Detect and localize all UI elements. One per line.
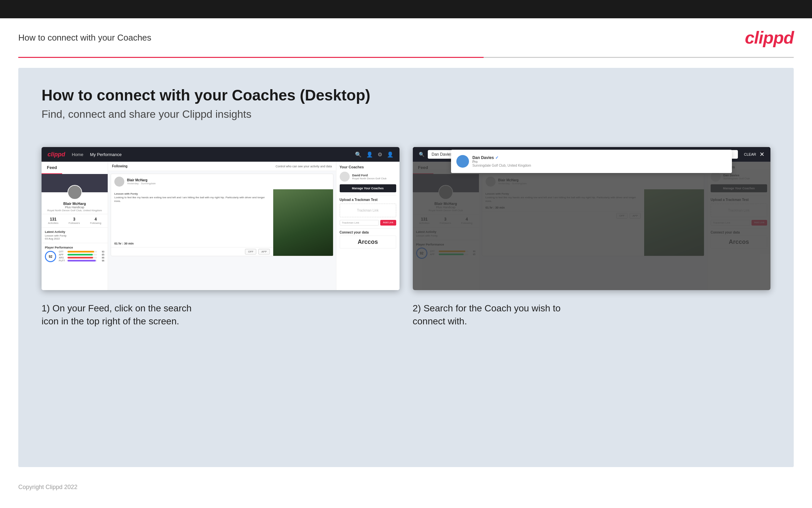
stat-followers: 3 Followers bbox=[68, 217, 80, 224]
screenshot-panel-2: clippd Home My Performance Feed Blair Mc… bbox=[413, 147, 771, 331]
coach-avatar bbox=[340, 172, 350, 182]
search-overlay-top: 🔍 Dan Davies CLEAR ✕ Dan bbox=[413, 147, 771, 162]
search-input-value: Dan Davies bbox=[432, 152, 452, 157]
mock-screenshot-2: clippd Home My Performance Feed Blair Mc… bbox=[413, 147, 771, 290]
player-perf-title: Player Performance bbox=[45, 246, 104, 249]
main-subheading: Find, connect and share your Clippd insi… bbox=[42, 108, 770, 120]
stat-following-label: Following bbox=[90, 221, 101, 224]
trackman-add-btn[interactable]: Add Link bbox=[380, 220, 396, 225]
caption-text-1: 1) On your Feed, click on the searchicon… bbox=[42, 302, 399, 328]
connect-data-title: Connect your data bbox=[340, 228, 396, 234]
golfer-figure bbox=[273, 189, 333, 256]
stat-followers-num: 3 bbox=[68, 217, 80, 221]
latest-activity-name: Lesson with Fordy bbox=[45, 234, 104, 237]
latest-activity-date: 03 Aug 2022 bbox=[45, 237, 104, 240]
profile-hcp: Plus Handicap bbox=[45, 206, 104, 209]
caption-1: 1) On your Feed, click on the searchicon… bbox=[42, 290, 399, 331]
coach-name: David Ford bbox=[352, 174, 387, 177]
profile-avatar bbox=[67, 185, 82, 200]
profile-info: Blair McHarg Plus Handicap Royal North D… bbox=[42, 202, 108, 212]
stat-activities-label: Activities bbox=[48, 221, 58, 224]
search-result-info: Dan Davies ✓ Pro Sunningdale Golf Club, … bbox=[472, 155, 531, 167]
settings-icon[interactable]: ⚙ bbox=[378, 152, 382, 158]
trackman-section: Upload a Trackman Test Trackman Link Tra… bbox=[340, 195, 396, 225]
nav-logo: clippd bbox=[48, 151, 65, 158]
post-text-content: Looking to feel like my hands are exitin… bbox=[114, 196, 265, 203]
stat-activities-num: 131 bbox=[48, 217, 58, 221]
post-avatar bbox=[114, 177, 124, 186]
profile-stats: 131 Activities 3 Followers 4 Following bbox=[42, 214, 108, 227]
footer: Copyright Clippd 2022 bbox=[0, 477, 812, 497]
user-icon[interactable]: 👤 bbox=[366, 152, 373, 158]
arccos-logo: Arccos bbox=[340, 236, 396, 249]
latest-activity: Latest Activity Lesson with Fordy 03 Aug… bbox=[42, 227, 108, 243]
post-duration: 01 hr : 30 min bbox=[111, 242, 273, 248]
stat-followers-label: Followers bbox=[68, 221, 80, 224]
perf-bar-app: APP 85 bbox=[59, 254, 104, 256]
page-title: How to connect with your Coaches bbox=[18, 33, 151, 43]
caption-2: 2) Search for the Coach you wish toconne… bbox=[413, 290, 771, 331]
following-bar: Following Control who can see your activ… bbox=[108, 162, 336, 171]
top-bar bbox=[0, 0, 812, 18]
clear-button[interactable]: CLEAR bbox=[744, 153, 756, 156]
search-result-item[interactable]: Dan Davies ✓ Pro Sunningdale Golf Club, … bbox=[454, 153, 729, 170]
screenshot-panel-1: clippd Home My Performance 🔍 👤 ⚙ 👤 Feed bbox=[42, 147, 399, 331]
app-nav-1: clippd Home My Performance 🔍 👤 ⚙ 👤 bbox=[42, 147, 399, 162]
header-divider bbox=[18, 57, 794, 58]
search-icon[interactable]: 🔍 bbox=[355, 152, 362, 158]
app-btn[interactable]: APP bbox=[258, 249, 270, 254]
coach-item: David Ford Royal North Devon Golf Club bbox=[340, 172, 396, 182]
post-user-info: Blair McHarg Yesterday · Sunningdale bbox=[127, 178, 155, 185]
left-sidebar-1: Feed Blair McHarg Plus Handicap Royal No… bbox=[42, 162, 108, 290]
verified-badge: ✓ bbox=[495, 155, 498, 160]
nav-my-performance[interactable]: My Performance bbox=[90, 152, 122, 157]
following-button[interactable]: Following bbox=[112, 164, 128, 168]
avatar-icon[interactable]: 👤 bbox=[387, 152, 393, 158]
search-result-name: Dan Davies ✓ bbox=[472, 155, 531, 160]
feed-area-1: Feed Blair McHarg Plus Handicap Royal No… bbox=[42, 162, 399, 290]
manage-coaches-btn[interactable]: Manage Your Coaches bbox=[340, 184, 396, 192]
perf-score-circle: 92 bbox=[45, 251, 56, 262]
post-image bbox=[273, 189, 333, 256]
post-content: Lesson with Fordy Looking to feel like m… bbox=[111, 189, 333, 256]
profile-name: Blair McHarg bbox=[45, 202, 104, 206]
screenshots-row: clippd Home My Performance 🔍 👤 ⚙ 👤 Feed bbox=[42, 147, 770, 331]
coach-info: David Ford Royal North Devon Golf Club bbox=[352, 174, 387, 180]
trackman-input[interactable]: Trackman Link bbox=[340, 220, 379, 225]
search-results-dropdown: Dan Davies ✓ Pro Sunningdale Golf Club, … bbox=[451, 150, 732, 173]
trackman-box: Trackman Link bbox=[340, 204, 396, 217]
nav-icons: 🔍 👤 ⚙ 👤 bbox=[355, 152, 393, 158]
feed-middle: Following Control who can see your activ… bbox=[108, 162, 336, 290]
perf-bars: OTT 90 APP 85 bbox=[59, 251, 104, 262]
clippd-logo: clippd bbox=[745, 28, 794, 48]
post-actions: OFF APP bbox=[111, 248, 273, 256]
perf-bar-ott: OTT 90 bbox=[59, 251, 104, 253]
copyright: Copyright Clippd 2022 bbox=[18, 484, 78, 491]
stat-following: 4 Following bbox=[90, 217, 101, 224]
header: How to connect with your Coaches clippd bbox=[0, 18, 812, 57]
search-result-avatar bbox=[457, 155, 469, 168]
mock-screenshot-1: clippd Home My Performance 🔍 👤 ⚙ 👤 Feed bbox=[42, 147, 399, 290]
trackman-title: Upload a Trackman Test bbox=[340, 198, 396, 202]
coach-club: Royal North Devon Golf Club bbox=[352, 177, 387, 180]
off-btn[interactable]: OFF bbox=[245, 249, 256, 254]
post-card: Blair McHarg Yesterday · Sunningdale Les… bbox=[111, 174, 333, 256]
right-panel-1: Your Coaches David Ford Royal North Devo… bbox=[336, 162, 399, 290]
main-content: How to connect with your Coaches (Deskto… bbox=[18, 68, 794, 467]
feed-tab[interactable]: Feed bbox=[42, 162, 62, 174]
close-icon[interactable]: ✕ bbox=[760, 151, 764, 158]
perf-bar-putt: PUTT 96 bbox=[59, 259, 104, 262]
control-link[interactable]: Control who can see your activity and da… bbox=[276, 165, 332, 168]
perf-bar-arg: ARG 86 bbox=[59, 256, 104, 259]
stat-following-num: 4 bbox=[90, 217, 101, 221]
perf-score-row: 92 OTT 90 APP bbox=[45, 251, 104, 262]
search-result-club: Sunningdale Golf Club, United Kingdom bbox=[472, 164, 531, 167]
nav-home[interactable]: Home bbox=[72, 152, 84, 157]
search-result-role: Pro bbox=[472, 160, 531, 164]
post-text-title: Lesson with Fordy Looking to feel like m… bbox=[111, 189, 273, 242]
search-bar-icon: 🔍 bbox=[419, 152, 424, 157]
latest-activity-title: Latest Activity bbox=[45, 230, 104, 234]
stat-activities: 131 Activities bbox=[48, 217, 58, 224]
trackman-input-row: Trackman Link Add Link bbox=[340, 220, 396, 225]
profile-banner bbox=[42, 174, 108, 192]
